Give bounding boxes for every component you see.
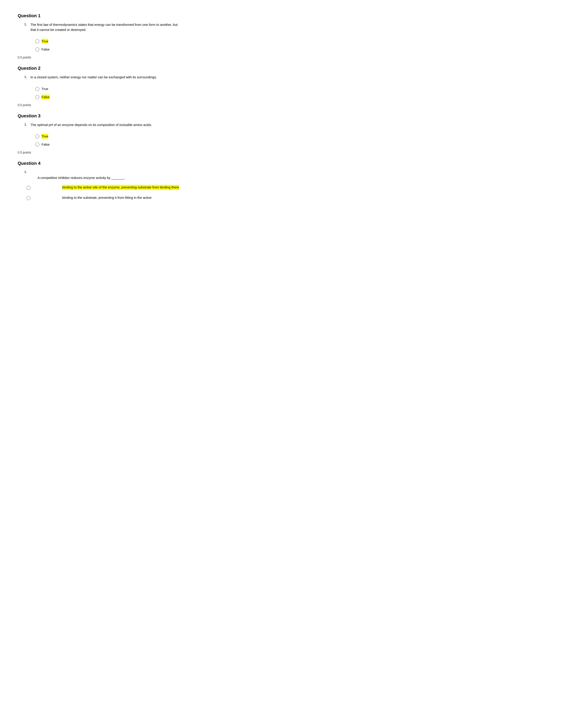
question-4-label-b: binding to the substrate, preventing it … <box>62 195 151 200</box>
question-4-option-b[interactable]: binding to the substrate, preventing it … <box>26 195 181 200</box>
question-1-title: Question 1 <box>18 13 181 18</box>
question-4-label-a: binding to the active site of the enzyme… <box>62 185 179 190</box>
question-1-text: The first law of thermodynamics states t… <box>30 22 181 32</box>
question-2-radio-false[interactable] <box>35 95 39 99</box>
question-2-numbered: 1. In a closed system, neither energy no… <box>24 75 181 84</box>
question-3-option-false[interactable]: False <box>35 142 181 147</box>
question-3-text: The optimal pH of an enzyme depends on i… <box>30 122 152 128</box>
question-4-prompt: A competitive inhibitor reduces enzyme a… <box>38 176 181 180</box>
question-3-option-true[interactable]: True <box>35 134 181 139</box>
question-3-numbered: 1. The optimal pH of an enzyme depends o… <box>24 122 181 132</box>
question-4-title: Question 4 <box>18 161 181 166</box>
question-3-body: 1. The optimal pH of an enzyme depends o… <box>24 122 181 147</box>
question-1-numbered: 1. The first law of thermodynamics state… <box>24 22 181 37</box>
question-1-radio-true[interactable] <box>35 39 39 43</box>
question-4-body: 1. A competitive inhibitor reduces enzym… <box>24 170 181 200</box>
question-2-title: Question 2 <box>18 66 181 71</box>
question-3-radio-false[interactable] <box>35 143 39 146</box>
question-1-radio-false[interactable] <box>35 47 39 51</box>
question-4-radio-b[interactable] <box>26 196 30 200</box>
question-3-number: 1. <box>24 122 29 126</box>
question-2-label-false: False <box>41 95 50 99</box>
question-1-option-true[interactable]: True <box>35 39 181 43</box>
question-4-option-a[interactable]: binding to the active site of the enzyme… <box>26 185 181 190</box>
question-2-text: In a closed system, neither energy nor m… <box>30 75 157 80</box>
question-1-label-true: True <box>41 39 48 43</box>
question-2-body: 1. In a closed system, neither energy no… <box>24 75 181 99</box>
question-1-options: True False <box>35 39 181 52</box>
question-1-option-false[interactable]: False <box>35 47 181 52</box>
question-4-section: Question 4 1. A competitive inhibitor re… <box>18 161 181 200</box>
question-2-points: 0.5 points <box>18 103 181 107</box>
question-2-options: True False <box>35 86 181 99</box>
question-2-option-true[interactable]: True <box>35 86 181 91</box>
question-3-label-true: True <box>41 134 48 139</box>
question-2-number: 1. <box>24 75 29 79</box>
question-2-section: Question 2 1. In a closed system, neithe… <box>18 66 181 107</box>
question-3-section: Question 3 1. The optimal pH of an enzym… <box>18 113 181 154</box>
question-1-section: Question 1 1. The first law of thermodyn… <box>18 13 181 59</box>
question-4-number: 1. <box>24 170 29 174</box>
question-2-radio-true[interactable] <box>35 87 39 91</box>
question-3-points: 0.5 points <box>18 151 181 154</box>
question-1-body: 1. The first law of thermodynamics state… <box>24 22 181 52</box>
question-3-options: True False <box>35 134 181 147</box>
question-3-title: Question 3 <box>18 113 181 118</box>
question-1-label-false: False <box>41 47 50 52</box>
question-3-label-false: False <box>41 142 50 147</box>
question-1-points: 0.5 points <box>18 56 181 59</box>
question-3-radio-true[interactable] <box>35 134 39 138</box>
question-2-option-false[interactable]: False <box>35 95 181 99</box>
question-1-number: 1. <box>24 22 29 26</box>
question-4-numbered: 1. <box>24 170 181 174</box>
question-2-label-true: True <box>41 86 48 91</box>
question-4-radio-a[interactable] <box>26 186 30 190</box>
